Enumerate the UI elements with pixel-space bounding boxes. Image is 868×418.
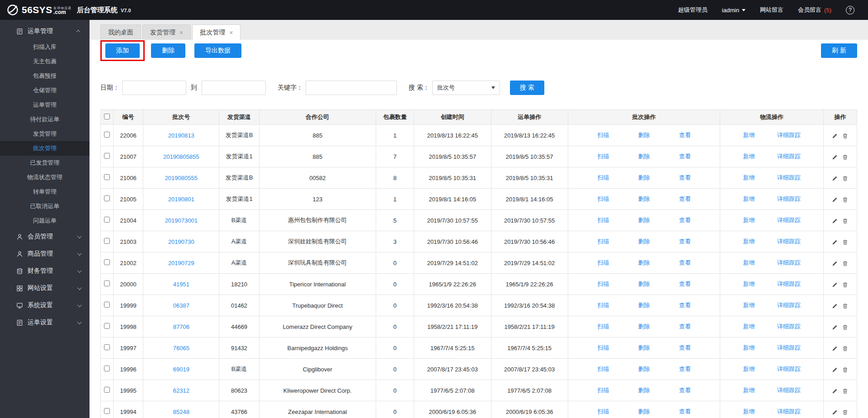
row-op-link[interactable]: 查看 xyxy=(679,131,691,139)
row-op-link[interactable]: 删除 xyxy=(638,216,650,224)
row-op-link[interactable]: 新增 xyxy=(743,195,755,203)
row-op-link[interactable]: 详细跟踪 xyxy=(777,174,801,182)
batch-link[interactable]: 62312 xyxy=(173,387,189,394)
edit-icon[interactable] xyxy=(832,367,838,373)
row-op-link[interactable]: 删除 xyxy=(638,131,650,139)
row-op-link[interactable]: 详细跟踪 xyxy=(777,195,801,203)
edit-icon[interactable] xyxy=(832,282,838,288)
row-op-link[interactable]: 查看 xyxy=(679,195,691,203)
sidebar-item[interactable]: 仓储管理 xyxy=(0,83,90,98)
row-op-link[interactable]: 新增 xyxy=(743,386,755,394)
row-op-link[interactable]: 扫描 xyxy=(597,152,609,161)
member-messages-link[interactable]: 会员留言 (5) xyxy=(798,6,831,14)
edit-icon[interactable] xyxy=(832,303,838,309)
trash-icon[interactable] xyxy=(842,197,848,203)
row-op-link[interactable]: 扫描 xyxy=(597,216,609,224)
close-icon[interactable]: × xyxy=(229,29,233,36)
row-op-link[interactable]: 新增 xyxy=(743,216,755,224)
row-checkbox[interactable] xyxy=(104,259,110,265)
sidebar-item[interactable]: 包裹预报 xyxy=(0,69,90,83)
edit-icon[interactable] xyxy=(832,154,838,160)
help-icon[interactable]: ? xyxy=(846,6,854,14)
edit-icon[interactable] xyxy=(832,324,838,330)
row-op-link[interactable]: 详细跟踪 xyxy=(777,344,801,352)
edit-icon[interactable] xyxy=(832,239,838,245)
edit-icon[interactable] xyxy=(832,176,838,181)
row-checkbox[interactable] xyxy=(104,302,110,308)
sidebar-item[interactable]: 已发货管理 xyxy=(0,156,90,170)
sidebar-item[interactable]: 待付款运单 xyxy=(0,112,90,127)
edit-icon[interactable] xyxy=(832,409,838,415)
batch-link[interactable]: 85248 xyxy=(173,408,189,415)
row-op-link[interactable]: 查看 xyxy=(679,408,691,416)
row-op-link[interactable]: 删除 xyxy=(638,365,650,373)
row-checkbox[interactable] xyxy=(104,153,110,159)
edit-icon[interactable] xyxy=(832,346,838,352)
keyword-input[interactable] xyxy=(306,81,397,95)
user-menu[interactable]: iadmin xyxy=(722,7,745,14)
row-op-link[interactable]: 新增 xyxy=(743,365,755,373)
row-op-link[interactable]: 新增 xyxy=(743,152,755,161)
row-op-link[interactable]: 新增 xyxy=(743,238,755,246)
row-op-link[interactable]: 扫描 xyxy=(597,280,609,288)
row-op-link[interactable]: 删除 xyxy=(638,259,650,267)
sidebar-group[interactable]: 会员管理 xyxy=(0,228,90,245)
row-checkbox[interactable] xyxy=(104,387,110,393)
sidebar-item[interactable]: 已取消运单 xyxy=(0,199,90,214)
row-checkbox[interactable] xyxy=(104,280,110,286)
sidebar-group[interactable]: 财务管理 xyxy=(0,262,90,280)
date-to-input[interactable] xyxy=(202,81,266,95)
row-op-link[interactable]: 查看 xyxy=(679,259,691,267)
batch-link[interactable]: 41951 xyxy=(173,281,189,288)
row-op-link[interactable]: 查看 xyxy=(679,174,691,182)
row-op-link[interactable]: 详细跟踪 xyxy=(777,216,801,224)
row-op-link[interactable]: 详细跟踪 xyxy=(777,323,801,331)
row-op-link[interactable]: 查看 xyxy=(679,216,691,224)
row-op-link[interactable]: 扫描 xyxy=(597,174,609,182)
row-checkbox[interactable] xyxy=(104,344,110,350)
row-op-link[interactable]: 查看 xyxy=(679,344,691,352)
batch-link[interactable]: 20190813 xyxy=(168,132,194,139)
sidebar-group[interactable]: 网站设置 xyxy=(0,280,90,297)
row-op-link[interactable]: 详细跟踪 xyxy=(777,301,801,309)
row-op-link[interactable]: 新增 xyxy=(743,280,755,288)
trash-icon[interactable] xyxy=(842,218,848,224)
trash-icon[interactable] xyxy=(842,176,848,181)
trash-icon[interactable] xyxy=(842,409,848,415)
sidebar-item[interactable]: 无主包裹 xyxy=(0,54,90,69)
batch-link[interactable]: 2019080555 xyxy=(165,175,198,181)
trash-icon[interactable] xyxy=(842,324,848,330)
tab[interactable]: 我的桌面 xyxy=(100,24,141,40)
row-op-link[interactable]: 删除 xyxy=(638,344,650,352)
edit-icon[interactable] xyxy=(832,218,838,224)
row-op-link[interactable]: 详细跟踪 xyxy=(777,386,801,394)
row-checkbox[interactable] xyxy=(104,408,110,414)
row-checkbox[interactable] xyxy=(104,195,110,201)
row-op-link[interactable]: 查看 xyxy=(679,152,691,161)
batch-link[interactable]: 20190730 xyxy=(168,238,194,245)
row-op-link[interactable]: 删除 xyxy=(638,238,650,246)
row-checkbox[interactable] xyxy=(104,217,110,223)
row-op-link[interactable]: 删除 xyxy=(638,152,650,161)
edit-icon[interactable] xyxy=(832,388,838,394)
sidebar-group[interactable]: 系统设置 xyxy=(0,297,90,314)
row-op-link[interactable]: 详细跟踪 xyxy=(777,280,801,288)
row-op-link[interactable]: 扫描 xyxy=(597,301,609,309)
row-op-link[interactable]: 新增 xyxy=(743,131,755,139)
batch-link[interactable]: 69019 xyxy=(173,366,189,373)
sidebar-item[interactable]: 扫描入库 xyxy=(0,40,90,54)
row-op-link[interactable]: 查看 xyxy=(679,386,691,394)
batch-link[interactable]: 20190729 xyxy=(168,260,194,266)
row-op-link[interactable]: 详细跟踪 xyxy=(777,408,801,416)
row-op-link[interactable]: 扫描 xyxy=(597,259,609,267)
row-op-link[interactable]: 删除 xyxy=(638,301,650,309)
batch-link[interactable]: 2019073001 xyxy=(165,217,198,224)
trash-icon[interactable] xyxy=(842,282,848,288)
row-op-link[interactable]: 扫描 xyxy=(597,365,609,373)
sidebar-item[interactable]: 物流状态管理 xyxy=(0,170,90,185)
sidebar-item[interactable]: 问题运单 xyxy=(0,214,90,228)
row-op-link[interactable]: 详细跟踪 xyxy=(777,259,801,267)
refresh-button[interactable]: 刷 新 xyxy=(821,43,857,58)
edit-icon[interactable] xyxy=(832,197,838,203)
batch-link[interactable]: 06387 xyxy=(173,302,189,309)
